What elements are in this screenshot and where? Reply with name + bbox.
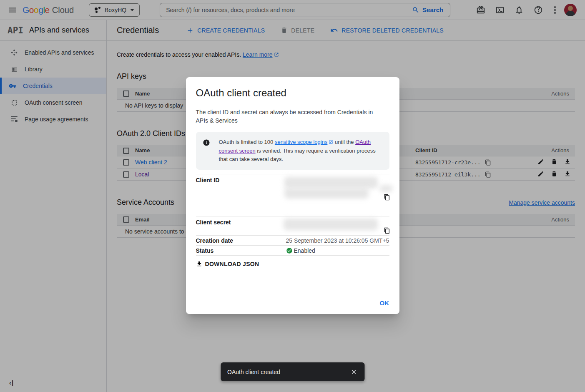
creation-date-row: Creation date 25 September 2023 at 10:26… [196, 236, 389, 246]
copy-client-id-icon[interactable] [384, 194, 390, 201]
status-label: Status [196, 247, 286, 254]
client-secret-value-redacted [286, 216, 389, 235]
client-secret-label: Client secret [196, 216, 286, 235]
client-secret-row: Client secret [196, 216, 389, 236]
oauth-limit-notice: OAuth is limited to 100 sensitive scope … [196, 132, 389, 170]
notice-text: OAuth is limited to 100 sensitive scope … [219, 138, 378, 163]
dialog-fields: Client ID Client secret Creation date 2 [196, 174, 389, 256]
toast-snackbar: OAuth client created [221, 362, 364, 381]
sensitive-scope-logins-link[interactable]: sensitive scope logins [275, 139, 333, 145]
dialog-subtitle: The client ID and secret can always be a… [196, 108, 384, 125]
close-icon[interactable] [347, 365, 360, 379]
copy-client-secret-icon[interactable] [384, 227, 390, 234]
external-link-icon [329, 138, 333, 147]
client-id-row: Client ID [196, 174, 389, 202]
toast-message: OAuth client created [227, 369, 280, 375]
google-cloud-console: Google Cloud BoxyHQ Search [0, 0, 585, 392]
oauth-client-created-dialog: OAuth client created The client ID and s… [186, 77, 399, 314]
creation-date-value: 25 September 2023 at 10:26:05 GMT+5 [286, 237, 389, 244]
download-icon [196, 261, 203, 267]
ok-button[interactable]: OK [379, 299, 389, 307]
download-json-button[interactable]: DOWNLOAD JSON [196, 261, 259, 267]
client-id-label: Client ID [196, 174, 286, 202]
client-id-value-redacted [286, 174, 389, 202]
creation-date-label: Creation date [196, 237, 286, 244]
status-value: Enabled [294, 247, 315, 254]
dialog-title: OAuth client created [196, 87, 389, 99]
info-icon [203, 139, 210, 146]
check-circle-icon [286, 247, 293, 254]
status-row: Status Enabled [196, 246, 389, 256]
